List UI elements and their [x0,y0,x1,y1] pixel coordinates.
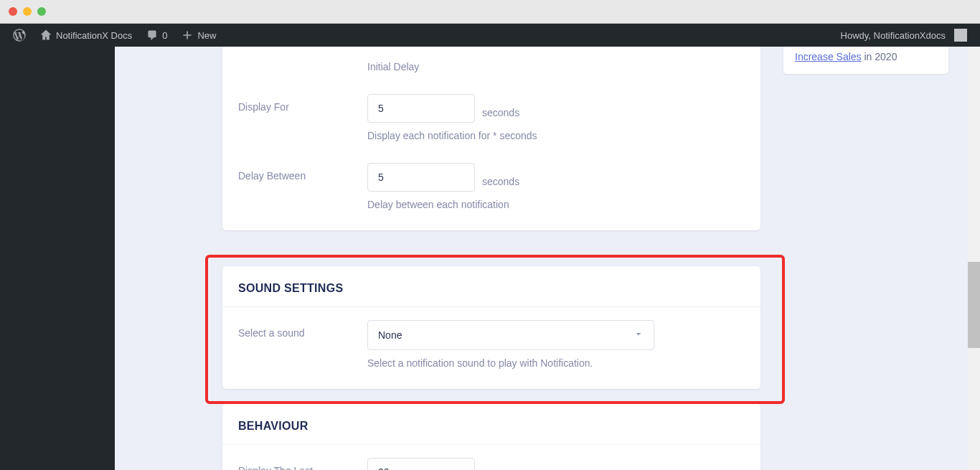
sidebar-widget-link[interactable]: Increase Sales [795,51,862,62]
plus-icon [182,29,193,41]
display-last-input[interactable] [367,458,475,470]
page-scrollbar-thumb[interactable] [968,262,980,348]
initial-delay-label-space [238,54,367,61]
behaviour-heading: BEHAVIOUR [222,404,760,445]
display-last-unit: conversions [482,462,536,470]
site-link[interactable]: NotificationX Docs [34,24,138,47]
user-account-link[interactable]: Howdy, NotificationXdocs [835,24,973,47]
comments-link[interactable]: 0 [141,24,173,47]
sound-help: Select a notification sound to play with… [367,357,745,369]
window-titlebar [0,0,980,23]
home-icon [40,29,52,41]
display-for-label: Display For [238,94,367,113]
wp-logo-menu[interactable] [7,24,32,47]
initial-delay-help: Initial Delay [367,61,745,72]
comments-count: 0 [162,30,167,41]
sound-settings-heading: SOUND SETTINGS [222,266,760,307]
content-area: Increase Sales in 2020 Initial Delay Dis… [115,47,980,470]
site-title-label: NotificationX Docs [56,30,132,41]
chevron-down-icon [633,329,644,342]
sidebar-widget: Increase Sales in 2020 [783,47,948,74]
minimize-window-dot[interactable] [23,7,32,16]
timing-card: Initial Delay Display For seconds Displa… [222,47,760,230]
sidebar-widget-tail: in 2020 [862,51,897,62]
display-for-unit: seconds [482,98,519,118]
wp-admin-bar: NotificationX Docs 0 New Howdy, Notifica… [0,24,980,47]
close-window-dot[interactable] [9,7,17,16]
sound-selected-value: None [378,329,402,341]
delay-between-input[interactable] [367,163,475,192]
delay-between-help: Delay between each notification [367,199,745,210]
browser-viewport: NotificationX Docs 0 New Howdy, Notifica… [0,23,980,470]
new-label: New [197,30,216,41]
sound-settings-card: SOUND SETTINGS Select a sound None Selec… [222,266,760,389]
new-content-link[interactable]: New [176,24,222,47]
display-for-help: Display each notification for * seconds [367,130,745,141]
behaviour-card: BEHAVIOUR Display The Last conversions [222,404,760,470]
wordpress-icon [13,29,26,42]
user-greeting: Howdy, NotificationXdocs [841,30,946,41]
comment-icon [146,29,158,41]
select-sound-label: Select a sound [238,320,367,339]
wp-admin-menu[interactable] [0,47,115,470]
sound-select[interactable]: None [367,320,654,350]
avatar [954,29,967,42]
delay-between-unit: seconds [482,167,519,187]
expand-window-dot[interactable] [37,7,46,16]
display-last-label: Display The Last [238,458,367,470]
page-scrollbar-track[interactable] [968,47,980,470]
delay-between-label: Delay Between [238,163,367,182]
display-for-input[interactable] [367,94,475,123]
